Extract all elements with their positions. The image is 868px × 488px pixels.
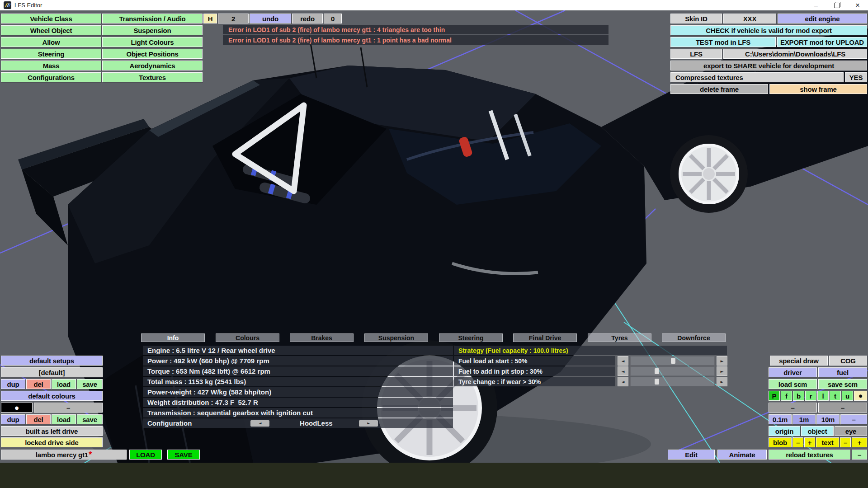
draw-toggle-b[interactable]: b	[793, 391, 804, 401]
edit-engine-button[interactable]: edit engine	[778, 14, 867, 23]
menu-configurations[interactable]: Configurations	[1, 72, 101, 82]
colour-del-button[interactable]: del	[26, 414, 51, 424]
fuel-pit-slider-thumb[interactable]	[655, 368, 659, 374]
view-eye-button[interactable]: eye	[835, 426, 867, 436]
menu-vehicle-class[interactable]: Vehicle Class	[1, 14, 101, 23]
grid-minus-button[interactable]: –	[840, 414, 867, 424]
draw-toggle-f[interactable]: f	[781, 391, 792, 401]
lfs-button[interactable]: LFS	[670, 49, 722, 59]
menu-light-colours[interactable]: Light Colours	[102, 37, 203, 47]
skin-id-value[interactable]: XXX	[723, 14, 776, 23]
setup-dup-button[interactable]: dup	[1, 379, 25, 389]
tyre-change-decrease-button[interactable]: ◄	[618, 377, 628, 386]
vehicle-name-field[interactable]: lambo mercy gt1 *	[1, 450, 127, 460]
menu-allow[interactable]: Allow	[1, 37, 101, 47]
built-as-left-drive[interactable]: built as left drive	[1, 426, 103, 436]
tab-brakes[interactable]: Brakes	[290, 333, 354, 342]
text-minus-button[interactable]: –	[840, 437, 851, 447]
export-share-button[interactable]: export to SHARE vehicle for development	[670, 61, 867, 70]
load-scm-button[interactable]: load scm	[769, 379, 817, 389]
show-frame-button[interactable]: show frame	[769, 84, 867, 94]
configuration-next-button[interactable]: ►	[359, 420, 378, 427]
skin-id-button[interactable]: Skin ID	[670, 14, 722, 23]
draw-toggle-dot[interactable]: ●	[854, 391, 867, 401]
setup-del-button[interactable]: del	[26, 379, 51, 389]
animate-button[interactable]: Animate	[717, 450, 767, 460]
export-mod-button[interactable]: EXPORT mod for UPLOAD	[777, 37, 867, 47]
menu-wheel-object[interactable]: Wheel Object	[1, 25, 101, 35]
blob-minus-button[interactable]: –	[793, 437, 803, 447]
redo-button[interactable]: redo	[292, 14, 323, 23]
fuel-pit-decrease-button[interactable]: ◄	[618, 366, 628, 376]
menu-aerodynamics[interactable]: Aerodynamics	[102, 61, 203, 70]
history-h-button[interactable]: H	[203, 14, 217, 23]
menu-mass[interactable]: Mass	[1, 61, 101, 70]
configuration-prev-button[interactable]: ◄	[250, 420, 269, 427]
colour-dup-button[interactable]: dup	[1, 414, 25, 424]
draw-toggle-t[interactable]: t	[830, 391, 841, 401]
tyre-change-increase-button[interactable]: ►	[717, 377, 727, 386]
check-valid-button[interactable]: CHECK if vehicle is valid for mod export	[670, 25, 867, 35]
setup-default-item[interactable]: [default]	[1, 367, 103, 377]
special-draw-button[interactable]: special draw	[770, 356, 828, 366]
tyre-change-slider-thumb[interactable]	[655, 379, 659, 385]
default-setups-header[interactable]: default setups	[1, 356, 103, 366]
draw-toggle-l[interactable]: l	[817, 391, 829, 401]
draw-toggle-p[interactable]: P	[769, 391, 780, 401]
colour-minus-button[interactable]: –	[34, 403, 103, 413]
minimize-button[interactable]: –	[806, 0, 826, 10]
grid-10m-button[interactable]: 10m	[816, 414, 840, 424]
fuel-pit-slider[interactable]	[630, 366, 715, 376]
colour-load-button[interactable]: load	[52, 414, 76, 424]
setup-load-button[interactable]: load	[52, 379, 76, 389]
restore-button[interactable]	[826, 0, 847, 10]
setup-save-button[interactable]: save	[77, 379, 103, 389]
reload-textures-button[interactable]: reload textures	[769, 450, 850, 460]
save-scm-button[interactable]: save scm	[818, 379, 867, 389]
compressed-textures-toggle[interactable]: YES	[845, 72, 867, 82]
fuel-button[interactable]: fuel	[818, 367, 867, 377]
tab-tyres[interactable]: Tyres	[588, 333, 651, 342]
tyre-change-slider[interactable]	[630, 377, 715, 386]
draw-toggle-u[interactable]: u	[842, 391, 853, 401]
tab-steering[interactable]: Steering	[439, 333, 503, 342]
save-vehicle-button[interactable]: SAVE	[167, 450, 200, 460]
dash-button-1[interactable]: –	[769, 403, 817, 413]
colour-save-button[interactable]: save	[77, 414, 103, 424]
tab-downforce[interactable]: Downforce	[662, 333, 726, 342]
tab-info[interactable]: Info	[141, 333, 205, 342]
tab-colours[interactable]: Colours	[216, 333, 279, 342]
draw-toggle-r[interactable]: r	[805, 391, 816, 401]
fuel-load-slider[interactable]	[630, 356, 715, 366]
grid-1m-button[interactable]: 1m	[793, 414, 816, 424]
blob-button[interactable]: blob	[769, 437, 792, 447]
view-origin-button[interactable]: origin	[769, 426, 800, 436]
close-button[interactable]: ×	[847, 0, 868, 10]
locked-drive-side[interactable]: locked drive side	[1, 437, 103, 447]
cog-button[interactable]: COG	[829, 356, 867, 366]
tab-final-drive[interactable]: Final Drive	[513, 333, 577, 342]
driver-button[interactable]: driver	[769, 367, 817, 377]
text-button[interactable]: text	[816, 437, 839, 447]
menu-transmission-audio[interactable]: Transmission / Audio	[102, 14, 203, 23]
menu-object-positions[interactable]: Object Positions	[102, 49, 203, 59]
fuel-load-decrease-button[interactable]: ◄	[618, 356, 628, 366]
fuel-load-slider-thumb[interactable]	[671, 358, 675, 364]
view-object-button[interactable]: object	[801, 426, 834, 436]
grid-0-1m-button[interactable]: 0.1m	[769, 414, 792, 424]
colour-swatch[interactable]: ●	[1, 403, 33, 413]
menu-textures[interactable]: Textures	[102, 72, 203, 82]
edit-button[interactable]: Edit	[668, 450, 715, 460]
undo-button[interactable]: undo	[250, 14, 291, 23]
menu-steering[interactable]: Steering	[1, 49, 101, 59]
load-vehicle-button[interactable]: LOAD	[129, 450, 162, 460]
delete-frame-button[interactable]: delete frame	[670, 84, 768, 94]
menu-suspension[interactable]: Suspension	[102, 25, 203, 35]
tab-suspension[interactable]: Suspension	[364, 333, 428, 342]
fuel-load-increase-button[interactable]: ►	[717, 356, 727, 366]
compressed-textures-label[interactable]: Compressed textures	[670, 72, 844, 82]
reload-minus-button[interactable]: –	[852, 450, 867, 460]
dash-button-2[interactable]: –	[818, 403, 867, 413]
blob-plus-button[interactable]: +	[804, 437, 815, 447]
test-mod-button[interactable]: TEST mod in LFS	[670, 37, 776, 47]
